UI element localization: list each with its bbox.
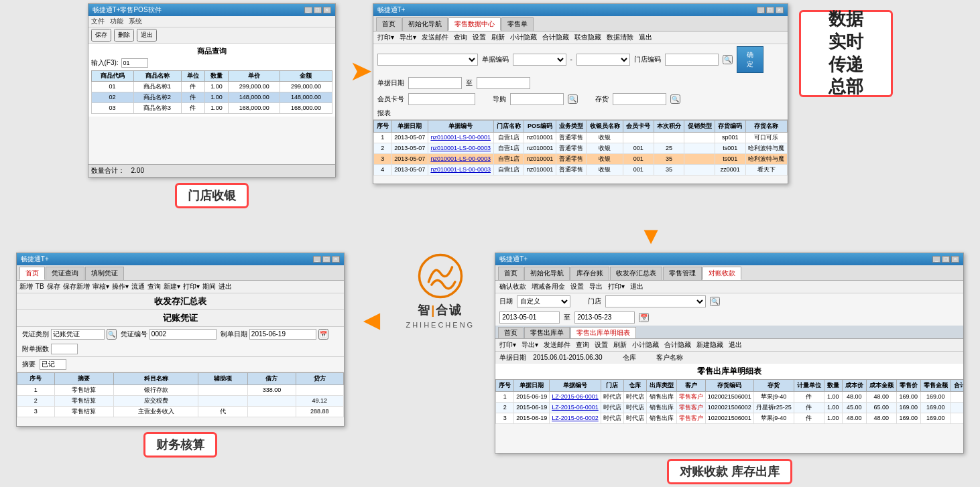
fin-min[interactable]: _: [313, 256, 321, 263]
fin-abstract-input[interactable]: [40, 359, 66, 370]
rec-close[interactable]: ×: [951, 256, 959, 263]
zs-menu-export[interactable]: 导出▾: [400, 33, 416, 42]
zs-menu-refresh[interactable]: 刷新: [491, 33, 505, 42]
tab-home[interactable]: 首页: [376, 17, 402, 31]
zs-menu-set[interactable]: 设置: [473, 33, 486, 42]
fin-btn-io[interactable]: 进出: [219, 282, 232, 291]
fin-btn-query[interactable]: 查询: [147, 282, 161, 291]
tab-zerosales-center[interactable]: 零售数据中心: [448, 17, 501, 31]
rec-tab-reconcile[interactable]: 对账收款: [702, 267, 741, 280]
fin-cal-icon[interactable]: 📅: [318, 329, 328, 340]
fin-close[interactable]: ×: [332, 256, 340, 263]
zs-purchase-input[interactable]: [510, 93, 564, 105]
rec-in-subtotal[interactable]: 小计隐藏: [632, 340, 659, 350]
fin-btn-period[interactable]: 期间: [202, 282, 216, 291]
rec-in-new[interactable]: 新建隐藏: [696, 340, 723, 350]
zs-bill-code-select[interactable]: [513, 54, 566, 66]
rec-tab-stock[interactable]: 库存台账: [570, 267, 609, 280]
pos-btn-exit[interactable]: 退出: [137, 29, 157, 42]
rec-menu-reserve[interactable]: 增减备用金: [532, 282, 565, 291]
pos-btn-del[interactable]: 删除: [114, 29, 134, 42]
zs-order-type-select[interactable]: [377, 54, 478, 66]
zs-menu-exit[interactable]: 退出: [639, 33, 652, 42]
zs-stock-search[interactable]: 🔍: [670, 94, 680, 104]
fin-date-input[interactable]: [249, 329, 316, 340]
fin-btn-new[interactable]: 新增: [19, 282, 33, 291]
pos-menu-func[interactable]: 功能: [110, 17, 123, 26]
fin-btn-op[interactable]: 操作▾: [112, 282, 129, 291]
fin-btn-creat[interactable]: 新建▾: [164, 282, 180, 291]
rec-tab-home[interactable]: 首页: [498, 267, 524, 280]
pos-minimize[interactable]: _: [304, 7, 312, 13]
rec-tab-init[interactable]: 初始化导航: [524, 267, 570, 280]
rec-in-query[interactable]: 查询: [576, 340, 589, 350]
fin-tab-home[interactable]: 首页: [19, 267, 45, 280]
pos-btn-save[interactable]: 保存: [91, 29, 111, 42]
zs-stock-input[interactable]: [613, 93, 666, 105]
rec-min[interactable]: _: [932, 256, 940, 263]
rec-in-total[interactable]: 合计隐藏: [664, 340, 691, 350]
rec-menu-export[interactable]: 导出: [589, 282, 603, 291]
zs-menu-clear[interactable]: 数据清除: [607, 33, 633, 42]
fin-code-input[interactable]: [149, 329, 217, 340]
zs-store-search[interactable]: 🔍: [723, 55, 733, 64]
zs-min[interactable]: _: [757, 7, 765, 13]
rec-table-row[interactable]: 32015-06-19LZ-2015-06-0002时代店时代店销售出库零售客户…: [496, 413, 964, 423]
pos-search-input[interactable]: [121, 58, 148, 68]
zs-close[interactable]: ×: [776, 7, 784, 13]
rec-subtab-out[interactable]: 零售出库单: [524, 327, 570, 338]
zs-member-input[interactable]: [408, 93, 475, 105]
rec-in-email[interactable]: 发送邮件: [544, 340, 570, 350]
fin-btn-save[interactable]: 保存: [47, 282, 60, 291]
rec-date-to[interactable]: [574, 311, 635, 324]
rec-menu-confirm[interactable]: 确认收款: [499, 282, 526, 291]
fin-table-row[interactable]: 3零售结算主营业务收入代288.88: [17, 406, 343, 417]
pos-close[interactable]: ×: [323, 7, 331, 13]
tab-zero-bill[interactable]: 零售单: [501, 17, 534, 31]
rec-date-from[interactable]: [499, 311, 560, 324]
fin-tab-query[interactable]: 凭证查询: [46, 267, 84, 280]
zs-purchase-search[interactable]: 🔍: [568, 94, 578, 104]
rec-in-export[interactable]: 导出▾: [522, 340, 538, 350]
pos-table-row[interactable]: 03商品名称3件1.00168,000.00168,000.00: [91, 102, 332, 113]
rec-in-set[interactable]: 设置: [595, 340, 608, 350]
rec-table-row[interactable]: 12015-06-19LZ-2015-06-0001时代店时代店销售出库零售客户…: [496, 391, 964, 402]
rec-tab-summary[interactable]: 收发存汇总表: [610, 267, 662, 280]
zs-table-row[interactable]: 12013-05-07nz010001-LS-00-0001自营1店nz0100…: [373, 132, 787, 143]
zs-table-row[interactable]: 42013-05-07nz010001-LS-00-0003自营1店nz0100…: [373, 164, 787, 175]
fin-btn-audit[interactable]: 审核▾: [93, 282, 109, 291]
zs-confirm-btn[interactable]: 确定: [737, 46, 763, 73]
pos-menu-sys[interactable]: 系统: [129, 17, 142, 26]
zs-store-input[interactable]: [665, 54, 719, 66]
fin-type-input[interactable]: [51, 329, 105, 340]
fin-btn-flow[interactable]: 流通: [131, 282, 145, 291]
zs-menu-query[interactable]: 查询: [454, 33, 467, 42]
fin-attach-input[interactable]: [51, 344, 78, 354]
rec-tab-manage[interactable]: 零售管理: [663, 267, 702, 280]
fin-btn-savenew[interactable]: 保存新增: [63, 282, 90, 291]
rec-max[interactable]: □: [942, 256, 950, 263]
rec-menu-set[interactable]: 设置: [570, 282, 584, 291]
rec-menu-exit[interactable]: 退出: [630, 282, 644, 291]
zs-table-row[interactable]: 22013-05-07nz010001-LS-00-0003自营1店nz0100…: [373, 143, 787, 153]
fin-table-row[interactable]: 2零售结算应交税费49.12: [17, 395, 343, 406]
pos-table-row[interactable]: 01商品名称1件1.00299,000.00299,000.00: [91, 81, 332, 92]
fin-btn-tb[interactable]: TB: [36, 283, 44, 290]
zs-menu-subtotal[interactable]: 小计隐藏: [510, 33, 537, 42]
tab-init[interactable]: 初始化导航: [402, 17, 448, 31]
fin-max[interactable]: □: [322, 256, 330, 263]
zs-menu-total[interactable]: 合计隐藏: [542, 33, 569, 42]
rec-table-row[interactable]: 22015-06-19LZ-2015-06-0001时代店时代店销售出库零售客户…: [496, 402, 964, 413]
fin-table-row[interactable]: 1零售结算银行存款338.00: [17, 385, 343, 395]
zs-max[interactable]: □: [766, 7, 774, 13]
rec-store-search[interactable]: 🔍: [710, 297, 720, 306]
rec-subtab-home[interactable]: 首页: [498, 327, 524, 338]
zs-menu-print[interactable]: 打印▾: [377, 33, 394, 42]
rec-in-exit[interactable]: 退出: [729, 340, 742, 350]
zs-date-to[interactable]: [477, 77, 530, 89]
fin-type-search[interactable]: 🔍: [107, 329, 117, 340]
rec-menu-print[interactable]: 打印▾: [608, 282, 625, 291]
zs-bill-code-select2[interactable]: [576, 54, 630, 66]
fin-tab-fill[interactable]: 填制凭证: [85, 267, 124, 280]
zs-date-from[interactable]: [408, 77, 462, 89]
